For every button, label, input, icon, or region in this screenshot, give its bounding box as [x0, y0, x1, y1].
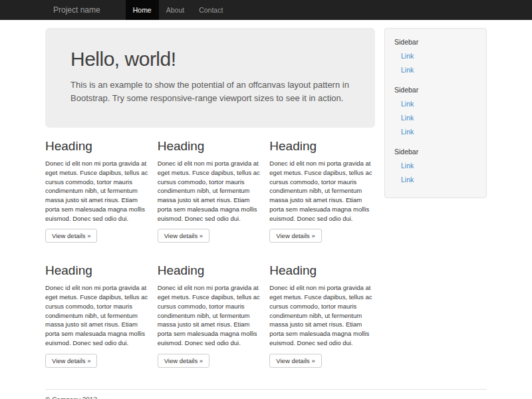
- feature-card: Heading Donec id elit non mi porta gravi…: [45, 252, 151, 376]
- view-details-button[interactable]: View details »: [158, 229, 209, 243]
- view-details-button[interactable]: View details »: [269, 354, 321, 368]
- sidebar-link[interactable]: Link: [394, 97, 477, 111]
- sidebar-link[interactable]: Link: [394, 111, 477, 125]
- navbar-brand[interactable]: Project name: [45, 0, 110, 20]
- sidebar-group-header: Sidebar: [394, 36, 477, 49]
- sidebar-link[interactable]: Link: [394, 173, 477, 187]
- sidebar-link[interactable]: Link: [394, 49, 477, 63]
- navbar-container: Project name Home About Contact: [45, 0, 487, 20]
- feature-card: Heading Donec id elit non mi porta gravi…: [269, 252, 375, 376]
- view-details-button[interactable]: View details »: [45, 229, 97, 243]
- copyright-text: © Company 2013: [45, 396, 487, 399]
- sidebar-link[interactable]: Link: [394, 63, 477, 77]
- view-details-button[interactable]: View details »: [269, 229, 321, 243]
- card-body-text: Donec id elit non mi porta gravida at eg…: [45, 283, 151, 347]
- content-row: Hello, world! This is an example to show…: [45, 20, 487, 377]
- card-body-text: Donec id elit non mi porta gravida at eg…: [45, 159, 151, 223]
- sidebar-group-header: Sidebar: [394, 84, 477, 97]
- page-footer: © Company 2013: [45, 389, 487, 399]
- view-details-button[interactable]: View details »: [45, 354, 97, 368]
- sidebar-link[interactable]: Link: [394, 125, 477, 139]
- card-heading: Heading: [45, 263, 151, 278]
- jumbotron-description: This is an example to show the potential…: [70, 78, 350, 104]
- nav-item-home[interactable]: Home: [126, 0, 159, 20]
- main-column: Hello, world! This is an example to show…: [45, 20, 375, 377]
- feature-card: Heading Donec id elit non mi porta gravi…: [158, 128, 263, 252]
- page-title: Hello, world!: [70, 48, 350, 70]
- card-body-text: Donec id elit non mi porta gravida at eg…: [269, 159, 375, 223]
- page-container: Hello, world! This is an example to show…: [45, 20, 487, 399]
- card-heading: Heading: [158, 263, 263, 278]
- card-body-text: Donec id elit non mi porta gravida at eg…: [269, 283, 375, 347]
- feature-cards-row-2: Heading Donec id elit non mi porta gravi…: [45, 252, 375, 376]
- nav-item-contact[interactable]: Contact: [192, 0, 230, 20]
- nav-item-about[interactable]: About: [159, 0, 192, 20]
- feature-cards-row-1: Heading Donec id elit non mi porta gravi…: [45, 128, 375, 252]
- card-body-text: Donec id elit non mi porta gravida at eg…: [158, 159, 263, 223]
- card-heading: Heading: [158, 139, 263, 154]
- navbar-nav: Home About Contact: [126, 0, 231, 20]
- view-details-button[interactable]: View details »: [158, 354, 209, 368]
- sidebar-well: Sidebar Link Link Sidebar Link Link Link…: [384, 28, 487, 198]
- card-body-text: Donec id elit non mi porta gravida at eg…: [158, 283, 263, 347]
- card-heading: Heading: [45, 139, 151, 154]
- sidebar-column: Sidebar Link Link Sidebar Link Link Link…: [384, 28, 487, 377]
- feature-card: Heading Donec id elit non mi porta gravi…: [269, 128, 375, 252]
- feature-card: Heading Donec id elit non mi porta gravi…: [158, 252, 263, 376]
- card-heading: Heading: [269, 139, 375, 154]
- feature-card: Heading Donec id elit non mi porta gravi…: [45, 128, 151, 252]
- sidebar-group-header: Sidebar: [394, 146, 477, 159]
- card-heading: Heading: [269, 263, 375, 278]
- jumbotron: Hello, world! This is an example to show…: [45, 28, 375, 128]
- top-navbar: Project name Home About Contact: [0, 0, 532, 20]
- sidebar-link[interactable]: Link: [394, 159, 477, 173]
